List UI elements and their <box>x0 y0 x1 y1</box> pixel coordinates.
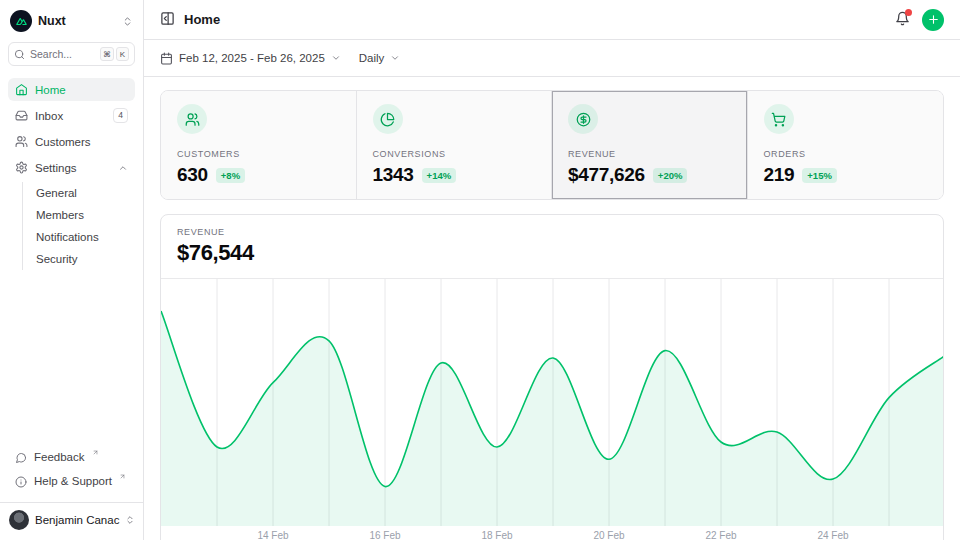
users-icon <box>15 135 28 148</box>
granularity-select[interactable]: Daily <box>359 52 401 64</box>
stat-label: CONVERSIONS <box>373 149 536 159</box>
sidebar-item-label: Settings <box>35 162 77 174</box>
sidebar-item-label: Home <box>35 84 66 96</box>
sidebar-subitem-general[interactable]: General <box>23 182 135 204</box>
x-axis-tick-label: 20 Feb <box>593 530 624 540</box>
stat-label: REVENUE <box>568 149 731 159</box>
add-button[interactable] <box>922 9 944 31</box>
settings-subtree: General Members Notifications Security <box>22 182 135 270</box>
page-title: Home <box>184 12 220 27</box>
feedback-label: Feedback <box>34 451 85 463</box>
chart-header: REVENUE $76,544 <box>161 215 943 279</box>
kbd-cmd: ⌘ <box>100 47 114 61</box>
feedback-link[interactable]: Feedback <box>8 448 135 470</box>
help-support-link[interactable]: Help & Support <box>8 472 135 494</box>
workspace-switcher[interactable]: Nuxt <box>8 8 135 34</box>
revenue-area-chart[interactable] <box>161 279 943 526</box>
sidebar-footer: Feedback Help & Support Benjamin Canac <box>8 448 135 532</box>
inbox-icon <box>15 109 28 122</box>
workspace-name: Nuxt <box>38 14 66 28</box>
filter-toolbar: Feb 12, 2025 - Feb 26, 2025 Daily <box>144 40 960 77</box>
chevrons-up-down-icon <box>122 16 133 27</box>
stat-delta-badge: +15% <box>802 168 837 183</box>
user-section: Benjamin Canac <box>0 502 143 532</box>
stat-card-conversions[interactable]: CONVERSIONS 1343 +14% <box>357 91 553 199</box>
dashboard-content: CUSTOMERS 630 +8% CONVERSIONS 1343 +14% <box>144 77 960 540</box>
revenue-chart-card: REVENUE $76,544 14 Feb16 Feb18 Feb20 Feb… <box>160 214 944 540</box>
stat-value: 219 <box>764 164 795 186</box>
x-axis-tick-label: 14 Feb <box>257 530 288 540</box>
dashboard-app: Nuxt Search... ⌘ K Home <box>0 0 960 540</box>
stat-card-revenue[interactable]: REVENUE $477,626 +20% <box>552 91 748 199</box>
external-link-icon <box>119 473 126 480</box>
nuxt-logo-icon <box>10 10 32 32</box>
stat-card-orders[interactable]: ORDERS 219 +15% <box>748 91 944 199</box>
user-name: Benjamin Canac <box>35 514 119 526</box>
chart-metric-value: $76,544 <box>177 240 927 266</box>
sidebar-nav: Home Inbox 4 Customers Settings <box>8 78 135 270</box>
page-header: Home <box>144 0 960 40</box>
search-icon <box>14 49 25 60</box>
stats-row: CUSTOMERS 630 +8% CONVERSIONS 1343 +14% <box>160 90 944 200</box>
chevron-down-icon <box>331 53 341 63</box>
chart-metric-label: REVENUE <box>177 227 927 237</box>
chevron-up-icon <box>118 163 128 173</box>
header-actions <box>895 9 944 31</box>
pie-chart-icon <box>373 104 403 134</box>
search-input[interactable]: Search... ⌘ K <box>8 42 135 66</box>
gear-icon <box>15 161 28 174</box>
shopping-cart-icon <box>764 104 794 134</box>
chevrons-up-down-icon <box>125 515 135 525</box>
panel-left-close-icon <box>160 11 175 29</box>
help-support-label: Help & Support <box>34 475 112 487</box>
speech-bubble-icon <box>15 452 27 464</box>
stat-label: CUSTOMERS <box>177 149 340 159</box>
sidebar: Nuxt Search... ⌘ K Home <box>0 0 144 540</box>
sidebar-subitem-members[interactable]: Members <box>23 204 135 226</box>
user-menu[interactable]: Benjamin Canac <box>9 510 134 530</box>
sidebar-item-label: Customers <box>35 136 91 148</box>
users-icon <box>177 104 207 134</box>
sidebar-subitem-notifications[interactable]: Notifications <box>23 226 135 248</box>
x-axis-tick-label: 18 Feb <box>481 530 512 540</box>
sidebar-item-home[interactable]: Home <box>8 78 135 101</box>
collapse-sidebar-button[interactable] <box>160 11 175 29</box>
plus-icon <box>927 13 940 26</box>
granularity-value: Daily <box>359 52 385 64</box>
sidebar-item-customers[interactable]: Customers <box>8 130 135 153</box>
external-link-icon <box>92 449 99 456</box>
sidebar-item-settings[interactable]: Settings <box>8 156 135 179</box>
search-shortcut: ⌘ K <box>100 47 129 61</box>
stat-delta-badge: +8% <box>216 168 245 183</box>
sidebar-item-inbox[interactable]: Inbox 4 <box>8 104 135 127</box>
chart-canvas <box>161 279 944 526</box>
info-circle-icon <box>15 476 27 488</box>
stat-label: ORDERS <box>764 149 928 159</box>
date-range-value: Feb 12, 2025 - Feb 26, 2025 <box>179 52 325 64</box>
x-axis-tick-label: 24 Feb <box>817 530 848 540</box>
stat-value: 1343 <box>373 164 414 186</box>
sidebar-item-label: Inbox <box>35 110 63 122</box>
home-icon <box>15 83 28 96</box>
inbox-count-badge: 4 <box>113 108 128 122</box>
notifications-button[interactable] <box>895 11 910 29</box>
date-range-picker[interactable]: Feb 12, 2025 - Feb 26, 2025 <box>160 52 341 65</box>
stat-value: $477,626 <box>568 164 645 186</box>
search-placeholder: Search... <box>30 48 72 60</box>
calendar-icon <box>160 52 173 65</box>
chart-x-axis: 14 Feb16 Feb18 Feb20 Feb22 Feb24 Feb <box>161 526 943 540</box>
stat-delta-badge: +20% <box>653 168 688 183</box>
notification-dot <box>905 9 912 16</box>
main-area: Home Feb 12, 2 <box>144 0 960 540</box>
stat-value: 630 <box>177 164 208 186</box>
user-avatar <box>9 510 29 530</box>
chevron-down-icon <box>390 53 400 63</box>
kbd-k: K <box>116 47 129 61</box>
sidebar-subitem-security[interactable]: Security <box>23 248 135 270</box>
circle-dollar-icon <box>568 104 598 134</box>
x-axis-tick-label: 22 Feb <box>705 530 736 540</box>
x-axis-tick-label: 16 Feb <box>369 530 400 540</box>
stat-card-customers[interactable]: CUSTOMERS 630 +8% <box>161 91 357 199</box>
stat-delta-badge: +14% <box>422 168 457 183</box>
